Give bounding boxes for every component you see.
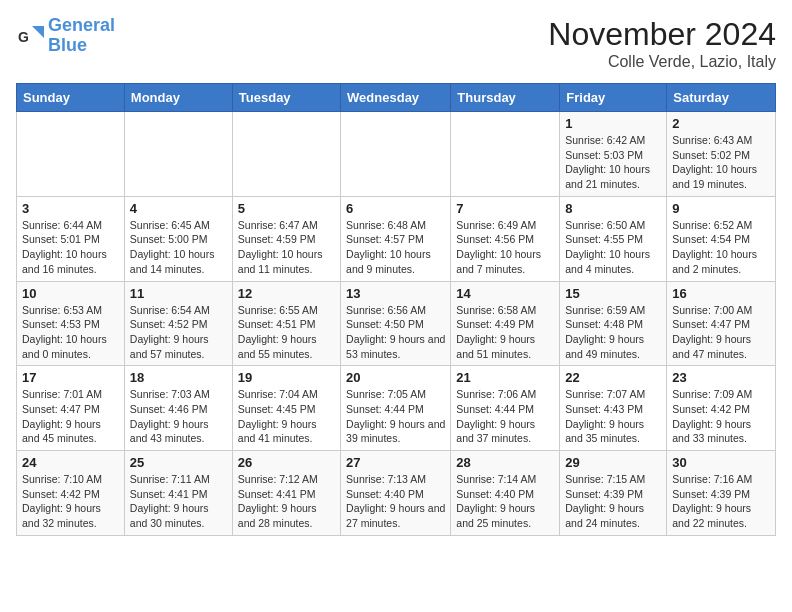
day-info: Sunrise: 6:53 AMSunset: 4:53 PMDaylight:… bbox=[22, 303, 119, 362]
day-number: 17 bbox=[22, 370, 119, 385]
calendar-cell: 11Sunrise: 6:54 AMSunset: 4:52 PMDayligh… bbox=[124, 281, 232, 366]
day-info: Sunrise: 7:04 AMSunset: 4:45 PMDaylight:… bbox=[238, 387, 335, 446]
weekday-header-cell: Friday bbox=[560, 84, 667, 112]
day-info: Sunrise: 7:01 AMSunset: 4:47 PMDaylight:… bbox=[22, 387, 119, 446]
calendar-cell bbox=[341, 112, 451, 197]
calendar-cell: 3Sunrise: 6:44 AMSunset: 5:01 PMDaylight… bbox=[17, 196, 125, 281]
day-number: 15 bbox=[565, 286, 661, 301]
calendar-cell: 20Sunrise: 7:05 AMSunset: 4:44 PMDayligh… bbox=[341, 366, 451, 451]
day-info: Sunrise: 6:59 AMSunset: 4:48 PMDaylight:… bbox=[565, 303, 661, 362]
logo: G General Blue bbox=[16, 16, 115, 56]
day-info: Sunrise: 6:43 AMSunset: 5:02 PMDaylight:… bbox=[672, 133, 770, 192]
calendar-week-row: 1Sunrise: 6:42 AMSunset: 5:03 PMDaylight… bbox=[17, 112, 776, 197]
day-number: 10 bbox=[22, 286, 119, 301]
calendar-cell: 1Sunrise: 6:42 AMSunset: 5:03 PMDaylight… bbox=[560, 112, 667, 197]
day-info: Sunrise: 6:47 AMSunset: 4:59 PMDaylight:… bbox=[238, 218, 335, 277]
day-number: 24 bbox=[22, 455, 119, 470]
day-number: 12 bbox=[238, 286, 335, 301]
weekday-header-cell: Tuesday bbox=[232, 84, 340, 112]
day-number: 1 bbox=[565, 116, 661, 131]
day-number: 22 bbox=[565, 370, 661, 385]
calendar-week-row: 10Sunrise: 6:53 AMSunset: 4:53 PMDayligh… bbox=[17, 281, 776, 366]
day-number: 3 bbox=[22, 201, 119, 216]
day-info: Sunrise: 6:44 AMSunset: 5:01 PMDaylight:… bbox=[22, 218, 119, 277]
day-info: Sunrise: 6:52 AMSunset: 4:54 PMDaylight:… bbox=[672, 218, 770, 277]
calendar-cell: 28Sunrise: 7:14 AMSunset: 4:40 PMDayligh… bbox=[451, 451, 560, 536]
calendar-cell: 22Sunrise: 7:07 AMSunset: 4:43 PMDayligh… bbox=[560, 366, 667, 451]
day-info: Sunrise: 7:10 AMSunset: 4:42 PMDaylight:… bbox=[22, 472, 119, 531]
day-info: Sunrise: 7:05 AMSunset: 4:44 PMDaylight:… bbox=[346, 387, 445, 446]
day-number: 27 bbox=[346, 455, 445, 470]
day-number: 20 bbox=[346, 370, 445, 385]
day-info: Sunrise: 6:48 AMSunset: 4:57 PMDaylight:… bbox=[346, 218, 445, 277]
calendar-cell bbox=[232, 112, 340, 197]
calendar-cell bbox=[17, 112, 125, 197]
calendar-cell: 14Sunrise: 6:58 AMSunset: 4:49 PMDayligh… bbox=[451, 281, 560, 366]
calendar-cell: 15Sunrise: 6:59 AMSunset: 4:48 PMDayligh… bbox=[560, 281, 667, 366]
calendar-cell: 10Sunrise: 6:53 AMSunset: 4:53 PMDayligh… bbox=[17, 281, 125, 366]
day-number: 30 bbox=[672, 455, 770, 470]
day-info: Sunrise: 7:14 AMSunset: 4:40 PMDaylight:… bbox=[456, 472, 554, 531]
calendar-cell: 18Sunrise: 7:03 AMSunset: 4:46 PMDayligh… bbox=[124, 366, 232, 451]
day-number: 13 bbox=[346, 286, 445, 301]
weekday-header-cell: Saturday bbox=[667, 84, 776, 112]
day-number: 18 bbox=[130, 370, 227, 385]
calendar-cell: 4Sunrise: 6:45 AMSunset: 5:00 PMDaylight… bbox=[124, 196, 232, 281]
day-info: Sunrise: 7:00 AMSunset: 4:47 PMDaylight:… bbox=[672, 303, 770, 362]
calendar-cell: 2Sunrise: 6:43 AMSunset: 5:02 PMDaylight… bbox=[667, 112, 776, 197]
day-number: 4 bbox=[130, 201, 227, 216]
location: Colle Verde, Lazio, Italy bbox=[548, 53, 776, 71]
weekday-header-cell: Thursday bbox=[451, 84, 560, 112]
calendar-week-row: 3Sunrise: 6:44 AMSunset: 5:01 PMDaylight… bbox=[17, 196, 776, 281]
day-info: Sunrise: 6:42 AMSunset: 5:03 PMDaylight:… bbox=[565, 133, 661, 192]
day-info: Sunrise: 6:55 AMSunset: 4:51 PMDaylight:… bbox=[238, 303, 335, 362]
calendar-cell: 25Sunrise: 7:11 AMSunset: 4:41 PMDayligh… bbox=[124, 451, 232, 536]
month-year: November 2024 bbox=[548, 16, 776, 53]
calendar: SundayMondayTuesdayWednesdayThursdayFrid… bbox=[16, 83, 776, 536]
day-info: Sunrise: 7:09 AMSunset: 4:42 PMDaylight:… bbox=[672, 387, 770, 446]
day-number: 25 bbox=[130, 455, 227, 470]
day-info: Sunrise: 7:11 AMSunset: 4:41 PMDaylight:… bbox=[130, 472, 227, 531]
day-number: 9 bbox=[672, 201, 770, 216]
day-number: 19 bbox=[238, 370, 335, 385]
title-block: November 2024 Colle Verde, Lazio, Italy bbox=[548, 16, 776, 71]
calendar-cell: 9Sunrise: 6:52 AMSunset: 4:54 PMDaylight… bbox=[667, 196, 776, 281]
calendar-cell: 6Sunrise: 6:48 AMSunset: 4:57 PMDaylight… bbox=[341, 196, 451, 281]
day-info: Sunrise: 6:49 AMSunset: 4:56 PMDaylight:… bbox=[456, 218, 554, 277]
calendar-cell: 27Sunrise: 7:13 AMSunset: 4:40 PMDayligh… bbox=[341, 451, 451, 536]
day-info: Sunrise: 7:13 AMSunset: 4:40 PMDaylight:… bbox=[346, 472, 445, 531]
logo-line2: Blue bbox=[48, 36, 115, 56]
calendar-cell: 30Sunrise: 7:16 AMSunset: 4:39 PMDayligh… bbox=[667, 451, 776, 536]
day-info: Sunrise: 6:56 AMSunset: 4:50 PMDaylight:… bbox=[346, 303, 445, 362]
weekday-header-cell: Sunday bbox=[17, 84, 125, 112]
day-info: Sunrise: 6:50 AMSunset: 4:55 PMDaylight:… bbox=[565, 218, 661, 277]
day-number: 29 bbox=[565, 455, 661, 470]
calendar-cell: 8Sunrise: 6:50 AMSunset: 4:55 PMDaylight… bbox=[560, 196, 667, 281]
day-number: 7 bbox=[456, 201, 554, 216]
day-info: Sunrise: 7:15 AMSunset: 4:39 PMDaylight:… bbox=[565, 472, 661, 531]
calendar-cell: 16Sunrise: 7:00 AMSunset: 4:47 PMDayligh… bbox=[667, 281, 776, 366]
calendar-cell bbox=[124, 112, 232, 197]
day-number: 28 bbox=[456, 455, 554, 470]
day-info: Sunrise: 6:45 AMSunset: 5:00 PMDaylight:… bbox=[130, 218, 227, 277]
day-info: Sunrise: 6:54 AMSunset: 4:52 PMDaylight:… bbox=[130, 303, 227, 362]
svg-text:G: G bbox=[18, 29, 29, 45]
logo-icon: G bbox=[16, 22, 44, 50]
day-number: 5 bbox=[238, 201, 335, 216]
day-number: 11 bbox=[130, 286, 227, 301]
calendar-cell: 17Sunrise: 7:01 AMSunset: 4:47 PMDayligh… bbox=[17, 366, 125, 451]
weekday-header-row: SundayMondayTuesdayWednesdayThursdayFrid… bbox=[17, 84, 776, 112]
day-number: 14 bbox=[456, 286, 554, 301]
day-info: Sunrise: 7:16 AMSunset: 4:39 PMDaylight:… bbox=[672, 472, 770, 531]
day-info: Sunrise: 7:03 AMSunset: 4:46 PMDaylight:… bbox=[130, 387, 227, 446]
day-info: Sunrise: 7:12 AMSunset: 4:41 PMDaylight:… bbox=[238, 472, 335, 531]
weekday-header-cell: Monday bbox=[124, 84, 232, 112]
day-number: 26 bbox=[238, 455, 335, 470]
calendar-cell: 12Sunrise: 6:55 AMSunset: 4:51 PMDayligh… bbox=[232, 281, 340, 366]
day-number: 21 bbox=[456, 370, 554, 385]
logo-line1: General bbox=[48, 15, 115, 35]
calendar-cell: 24Sunrise: 7:10 AMSunset: 4:42 PMDayligh… bbox=[17, 451, 125, 536]
calendar-cell: 23Sunrise: 7:09 AMSunset: 4:42 PMDayligh… bbox=[667, 366, 776, 451]
header: G General Blue November 2024 Colle Verde… bbox=[16, 16, 776, 71]
day-info: Sunrise: 6:58 AMSunset: 4:49 PMDaylight:… bbox=[456, 303, 554, 362]
